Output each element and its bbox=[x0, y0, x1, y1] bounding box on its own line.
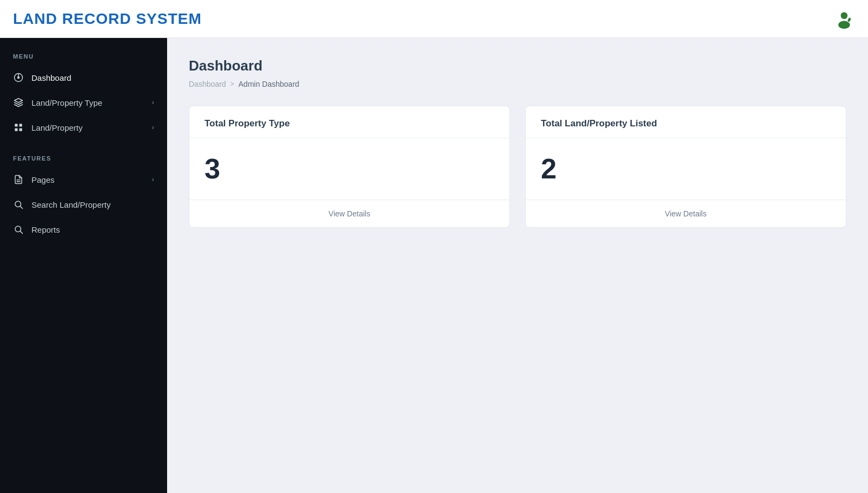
sidebar-item-pages-label: Pages bbox=[31, 175, 144, 184]
svg-rect-8 bbox=[20, 129, 22, 131]
pages-icon bbox=[13, 174, 24, 185]
card-1-view-details-label: View Details bbox=[329, 209, 371, 218]
card-1-header: Total Property Type bbox=[189, 106, 509, 138]
body-layout: MENU Dashboard Land/Property Type › bbox=[0, 38, 868, 493]
sidebar-item-land-property[interactable]: Land/Property › bbox=[0, 115, 167, 140]
svg-rect-6 bbox=[20, 124, 22, 126]
user-avatar[interactable] bbox=[833, 8, 855, 30]
chevron-right-icon-2: › bbox=[152, 124, 154, 131]
breadcrumb-admin-dashboard: Admin Dashboard bbox=[239, 80, 299, 88]
sidebar: MENU Dashboard Land/Property Type › bbox=[0, 38, 167, 493]
card-1-view-details-button[interactable]: View Details bbox=[189, 200, 509, 227]
sidebar-item-search-land-property[interactable]: Search Land/Property bbox=[0, 192, 167, 217]
card-2-value: 2 bbox=[541, 153, 557, 184]
sidebar-item-pages[interactable]: Pages › bbox=[0, 167, 167, 192]
page-title: Dashboard bbox=[189, 57, 846, 74]
card-2-title: Total Land/Property Listed bbox=[541, 118, 657, 129]
svg-line-14 bbox=[20, 231, 22, 233]
features-section-label: FEATURES bbox=[0, 140, 167, 167]
main-content: Dashboard Dashboard > Admin Dashboard To… bbox=[167, 38, 868, 493]
svg-rect-7 bbox=[15, 129, 17, 131]
chevron-right-icon-3: › bbox=[152, 176, 154, 183]
card-1-value: 3 bbox=[205, 153, 220, 184]
search-icon bbox=[13, 199, 24, 210]
reports-icon bbox=[13, 224, 24, 235]
sidebar-item-reports-label: Reports bbox=[31, 225, 154, 234]
sidebar-item-dashboard[interactable]: Dashboard bbox=[0, 65, 167, 90]
breadcrumb-dashboard: Dashboard bbox=[189, 80, 226, 88]
svg-rect-5 bbox=[15, 124, 17, 126]
svg-point-0 bbox=[841, 12, 848, 19]
total-land-property-card: Total Land/Property Listed 2 View Detail… bbox=[525, 106, 846, 228]
sidebar-item-search-label: Search Land/Property bbox=[31, 200, 154, 209]
svg-line-12 bbox=[20, 206, 22, 208]
sidebar-item-dashboard-label: Dashboard bbox=[31, 73, 154, 82]
sidebar-item-land-property-type-label: Land/Property Type bbox=[31, 98, 144, 107]
svg-point-1 bbox=[838, 21, 850, 28]
card-1-value-area: 3 bbox=[189, 138, 509, 200]
breadcrumb-separator: > bbox=[231, 80, 234, 88]
sidebar-item-reports[interactable]: Reports bbox=[0, 217, 167, 242]
sidebar-item-land-property-type[interactable]: Land/Property Type › bbox=[0, 90, 167, 115]
sidebar-item-land-property-label: Land/Property bbox=[31, 123, 144, 132]
card-2-value-area: 2 bbox=[526, 138, 846, 200]
menu-section-label: MENU bbox=[0, 38, 167, 65]
tag-icon bbox=[13, 97, 24, 108]
chevron-right-icon-1: › bbox=[152, 99, 154, 106]
card-2-view-details-button[interactable]: View Details bbox=[526, 200, 846, 227]
dashboard-icon bbox=[13, 72, 24, 83]
breadcrumb: Dashboard > Admin Dashboard bbox=[189, 80, 846, 88]
card-1-title: Total Property Type bbox=[205, 118, 290, 129]
total-property-type-card: Total Property Type 3 View Details bbox=[189, 106, 510, 228]
user-icon bbox=[834, 9, 854, 29]
card-2-header: Total Land/Property Listed bbox=[526, 106, 846, 138]
svg-point-3 bbox=[17, 76, 20, 79]
card-2-view-details-label: View Details bbox=[665, 209, 707, 218]
grid-icon bbox=[13, 122, 24, 133]
cards-row: Total Property Type 3 View Details Total… bbox=[189, 106, 846, 228]
app-title: LAND RECORD SYSTEM bbox=[13, 10, 202, 28]
header: LAND RECORD SYSTEM bbox=[0, 0, 868, 38]
